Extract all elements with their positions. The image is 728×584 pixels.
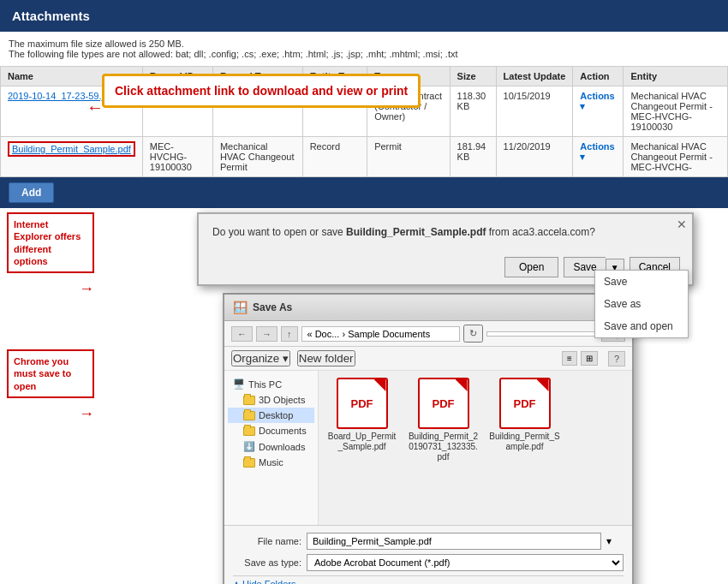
- pdf-icon-2: PDF: [499, 378, 551, 429]
- sidebar-item-this-pc[interactable]: 🖥️ This PC: [228, 376, 314, 392]
- hide-folders-btn[interactable]: ∧ Hide Folders: [233, 575, 624, 584]
- add-button[interactable]: Add: [9, 182, 54, 203]
- record-id-2: MEC-HVCHG-19100030: [142, 137, 212, 177]
- ie-dialog-close[interactable]: ✕: [677, 218, 687, 231]
- file-name-0: Board_Up_Permit_Sample.pdf: [325, 432, 398, 452]
- file-item-0[interactable]: PDF Board_Up_Permit_Sample.pdf: [325, 378, 398, 452]
- filename-input[interactable]: [307, 533, 601, 550]
- sidebar-item-music[interactable]: Music: [228, 455, 314, 470]
- file-name-2: Building_Permit_Sample.pdf: [488, 432, 561, 452]
- size-1: 118.30 KB: [450, 86, 496, 137]
- saveas-window-icon: 🪟: [233, 301, 248, 314]
- lower-area: Internet Explorer offers different optio…: [0, 208, 728, 584]
- attachment-name-2[interactable]: Building_Permit_Sample.pdf: [1, 137, 143, 177]
- add-button-row: Add: [0, 177, 728, 208]
- view-list-button[interactable]: ≡: [562, 351, 577, 366]
- chrome-annotation: Chrome you must save to open: [7, 349, 94, 398]
- file-item-2[interactable]: PDF Building_Permit_Sample.pdf: [488, 378, 561, 452]
- saveas-toolbar: ← → ↑ « Doc... › Sample Documents ↻ 🔍: [224, 321, 632, 347]
- filename-row: File name: ▾: [233, 533, 624, 550]
- latest-update-2: 11/20/2019: [496, 137, 573, 177]
- right-dialogs: ✕ Do you want to open or save Building_P…: [98, 208, 728, 584]
- col-action: Action: [573, 67, 624, 86]
- organize-toolbar: Organize ▾ New folder ≡ ⊞ ?: [224, 347, 632, 371]
- sidebar-item-downloads[interactable]: ⬇️ Downloads: [228, 438, 314, 455]
- entity-1: Mechanical HVAC Changeout Permit - MEC-H…: [624, 86, 728, 137]
- latest-update-1: 10/15/2019: [496, 86, 573, 137]
- saveas-body: 🖥️ This PC 3D Objects Desktop: [224, 371, 632, 525]
- saveas-title-text: Save As: [253, 301, 292, 313]
- saveas-title-left: 🪟 Save As: [233, 301, 292, 314]
- attachments-table: Name Record ID Record Type Entity Type T…: [0, 66, 728, 177]
- filename-dropdown-btn[interactable]: ▾: [606, 535, 624, 547]
- filename-label: File name:: [233, 536, 301, 546]
- save-option-save-as[interactable]: Save as: [595, 293, 688, 315]
- ie-annotation: Internet Explorer offers different optio…: [7, 212, 94, 273]
- info-line2: The following file types are not allowed…: [9, 49, 719, 59]
- save-dropdown-menu: Save Save as Save and open: [594, 270, 689, 338]
- folder-icon: [243, 396, 255, 405]
- action-2[interactable]: Actions ▾: [573, 137, 624, 177]
- page-title: Attachments: [12, 9, 90, 23]
- callout-arrow: ←: [87, 98, 104, 117]
- action-1[interactable]: Actions ▾: [573, 86, 624, 137]
- save-option-save-and-open[interactable]: Save and open: [595, 315, 688, 337]
- saveas-titlebar: 🪟 Save As ✕: [224, 295, 632, 321]
- callout-box: Click attachment link to download and vi…: [102, 74, 421, 108]
- attachment-link-2[interactable]: Building_Permit_Sample.pdf: [12, 144, 131, 154]
- col-latest-update: Latest Update: [496, 67, 573, 86]
- type-2: Permit: [367, 137, 450, 177]
- filetype-select[interactable]: Adobe Acrobat Document (*.pdf): [307, 554, 624, 571]
- ie-download-dialog: ✕ Do you want to open or save Building_P…: [197, 212, 694, 286]
- pdf-icon-0: PDF: [337, 378, 388, 429]
- sidebar-item-3d-objects[interactable]: 3D Objects: [228, 392, 314, 408]
- table-row: 2019-10-14_17-23-59.jpg Click attachment…: [1, 86, 728, 137]
- search-bar[interactable]: [486, 331, 598, 337]
- chrome-arrow: →: [7, 405, 94, 423]
- pc-icon: 🖥️: [233, 378, 245, 390]
- left-annotations: Internet Explorer offers different optio…: [0, 208, 98, 584]
- folder-icon: [243, 411, 255, 420]
- col-entity: Entity: [624, 67, 728, 86]
- ie-arrow: →: [7, 280, 94, 298]
- sidebar-item-desktop[interactable]: Desktop: [228, 408, 314, 423]
- entity-type-2: Record: [302, 137, 367, 177]
- filetype-row: Save as type: Adobe Acrobat Document (*.…: [233, 554, 624, 571]
- attachments-table-wrapper: Name Record ID Record Type Entity Type T…: [0, 66, 728, 177]
- up-button[interactable]: ↑: [281, 326, 298, 342]
- folder-icon: [243, 458, 255, 468]
- filetype-label: Save as type:: [233, 557, 301, 568]
- sidebar-item-documents[interactable]: Documents: [228, 423, 314, 438]
- file-name-1: Building_Permit_20190731_132335.pdf: [407, 432, 480, 462]
- help-button[interactable]: ?: [608, 351, 625, 366]
- ie-dialog-message: Do you want to open or save Building_Per…: [199, 214, 692, 250]
- entity-2: Mechanical HVAC Changeout Permit - MEC-H…: [624, 137, 728, 177]
- attachment-name-1[interactable]: 2019-10-14_17-23-59.jpg Click attachment…: [1, 86, 143, 137]
- saveas-bottom: File name: ▾ Save as type: Adobe Acrobat…: [224, 525, 632, 584]
- folder-icon: [243, 426, 255, 436]
- col-size: Size: [450, 67, 496, 86]
- info-line1: The maximum file size allowed is 250 MB.: [9, 39, 719, 49]
- forward-button[interactable]: →: [256, 326, 277, 342]
- view-grid-button[interactable]: ⊞: [581, 351, 598, 366]
- saveas-sidebar: 🖥️ This PC 3D Objects Desktop: [224, 371, 319, 525]
- page-header: Attachments: [0, 0, 728, 32]
- new-folder-button[interactable]: New folder: [297, 350, 355, 366]
- saveas-dialog: 🪟 Save As ✕ ← → ↑ « Doc... › Sample Docu…: [223, 293, 634, 584]
- back-button[interactable]: ←: [231, 326, 253, 342]
- downloads-icon: ⬇️: [243, 441, 255, 452]
- file-item-1[interactable]: PDF Building_Permit_20190731_132335.pdf: [407, 378, 480, 462]
- record-type-2: Mechanical HVAC Changeout Permit: [212, 137, 302, 177]
- size-2: 181.94 KB: [450, 137, 496, 177]
- info-section: The maximum file size allowed is 250 MB.…: [0, 32, 728, 66]
- pdf-icon-1: PDF: [418, 378, 469, 429]
- path-bar[interactable]: « Doc... › Sample Documents: [301, 326, 461, 342]
- view-buttons: ≡ ⊞: [562, 351, 598, 366]
- save-option-save[interactable]: Save: [595, 271, 688, 293]
- organize-button[interactable]: Organize ▾: [231, 350, 290, 366]
- open-button[interactable]: Open: [504, 257, 558, 277]
- table-row: Building_Permit_Sample.pdf MEC-HVCHG-191…: [1, 137, 728, 177]
- refresh-button[interactable]: ↻: [463, 325, 483, 343]
- saveas-files-area: PDF Board_Up_Permit_Sample.pdf PDF Build…: [319, 371, 632, 525]
